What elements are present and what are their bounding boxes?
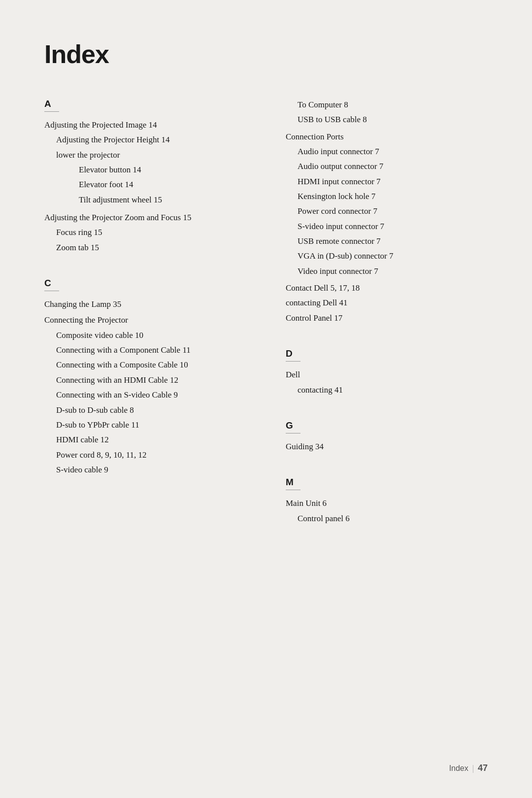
list-item: S-video input connector 7	[286, 220, 488, 233]
footer-page-number: 47	[478, 763, 488, 773]
section-a: A Adjusting the Projected Image 14 Adjus…	[44, 99, 256, 254]
list-item: Connecting with a Component Cable 11	[44, 344, 256, 357]
list-item: Dell	[286, 368, 488, 381]
section-letter-g: G	[286, 420, 300, 433]
list-item: Adjusting the Projector Zoom and Focus 1…	[44, 211, 256, 224]
section-connection: To Computer 8 USB to USB cable 8 Connect…	[286, 99, 488, 325]
list-item: Adjusting the Projector Height 14	[44, 133, 256, 146]
page-container: Index A Adjusting the Projected Image 14…	[0, 0, 532, 588]
list-item: Kensington lock hole 7	[286, 190, 488, 203]
list-item: Elevator foot 14	[44, 178, 256, 191]
list-item: Adjusting the Projected Image 14	[44, 119, 256, 132]
right-column: To Computer 8 USB to USB cable 8 Connect…	[286, 99, 488, 549]
footer-label: Index	[449, 764, 468, 773]
list-item: Audio output connector 7	[286, 160, 488, 173]
list-item: lower the projector	[44, 149, 256, 162]
list-item: Guiding 34	[286, 440, 488, 453]
list-item: Composite video cable 10	[44, 329, 256, 342]
page-footer: Index | 47	[449, 763, 488, 773]
list-item: S-video cable 9	[44, 464, 256, 476]
section-m: M Main Unit 6 Control panel 6	[286, 477, 488, 525]
section-letter-a: A	[44, 99, 59, 112]
section-letter-c: C	[44, 278, 59, 291]
list-item: Elevator button 14	[44, 164, 256, 176]
list-item: Connecting with an S-video Cable 9	[44, 389, 256, 401]
index-columns: A Adjusting the Projected Image 14 Adjus…	[44, 99, 488, 549]
list-item: contacting 41	[286, 384, 488, 397]
section-letter-m: M	[286, 477, 300, 490]
list-item: HDMI cable 12	[44, 433, 256, 446]
section-c: C Changing the Lamp 35 Connecting the Pr…	[44, 278, 256, 476]
list-item: Power cord 8, 9, 10, 11, 12	[44, 449, 256, 462]
list-item: Control Panel 17	[286, 312, 488, 325]
list-item: Connecting the Projector	[44, 314, 256, 327]
list-item: Connecting with an HDMI Cable 12	[44, 374, 256, 387]
list-item: To Computer 8	[286, 99, 488, 111]
list-item: Video input connector 7	[286, 265, 488, 278]
list-item: USB to USB cable 8	[286, 113, 488, 126]
page-title: Index	[44, 39, 488, 69]
list-item: Connection Ports	[286, 131, 488, 143]
list-item: Control panel 6	[286, 512, 488, 525]
list-item: Focus ring 15	[44, 226, 256, 239]
list-item: Changing the Lamp 35	[44, 298, 256, 311]
list-item: Connecting with a Composite Cable 10	[44, 359, 256, 371]
list-item: Tilt adjustment wheel 15	[44, 194, 256, 206]
section-d: D Dell contacting 41	[286, 348, 488, 397]
left-column: A Adjusting the Projected Image 14 Adjus…	[44, 99, 256, 549]
list-item: D-sub to YPbPr cable 11	[44, 419, 256, 432]
footer-separator: |	[472, 764, 474, 773]
list-item: USB remote connector 7	[286, 235, 488, 248]
list-item: VGA in (D-sub) connector 7	[286, 250, 488, 263]
list-item: Audio input connector 7	[286, 145, 488, 158]
list-item: contacting Dell 41	[286, 297, 488, 309]
list-item: Contact Dell 5, 17, 18	[286, 282, 488, 295]
list-item: D-sub to D-sub cable 8	[44, 404, 256, 417]
list-item: Power cord connector 7	[286, 205, 488, 218]
list-item: HDMI input connector 7	[286, 175, 488, 188]
section-letter-d: D	[286, 348, 300, 362]
section-g: G Guiding 34	[286, 420, 488, 453]
list-item: Main Unit 6	[286, 497, 488, 510]
list-item: Zoom tab 15	[44, 241, 256, 254]
